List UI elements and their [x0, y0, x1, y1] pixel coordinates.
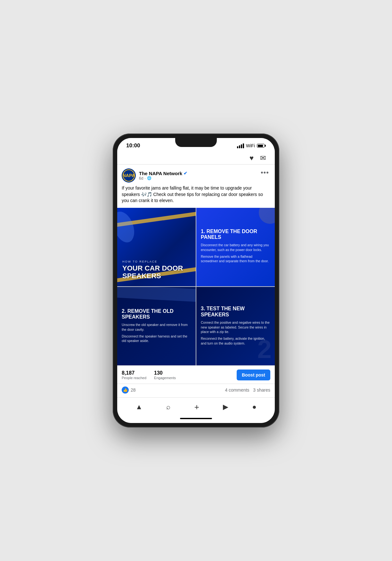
like-icon: 👍 — [122, 386, 129, 394]
step-3-body1: Connect the positive and negative wires … — [201, 320, 270, 334]
post-sub: 6d · 🌐 — [139, 176, 187, 181]
status-bar: 10:00 WiFi — [117, 138, 275, 151]
cell-3-content: 2. REMOVE THE OLD SPEAKERS Unscrew the o… — [117, 302, 196, 351]
step-1-body2: Remove the panels with a flathead screwd… — [201, 254, 270, 264]
time-ago: 6d — [139, 176, 143, 181]
step-2-body2: Disconnect the speaker harness and set t… — [122, 334, 191, 343]
cell-4-content: 3. TEST THE NEW SPEAKERS Connect the pos… — [196, 299, 275, 353]
record-nav-button[interactable]: ● — [252, 403, 257, 411]
step-3-body2: Reconnect the battery, activate the igni… — [201, 336, 270, 346]
notch — [175, 138, 217, 147]
bottom-nav: ▲ ⌕ + ▶ ● — [117, 397, 275, 415]
reactions-bar: 👍 28 4 comments 3 shares — [117, 384, 275, 397]
more-options-button[interactable]: ••• — [259, 168, 270, 177]
post-header-left: NAPA The NAPA Network ✔ 6d · 🌐 — [122, 168, 187, 183]
post-header: NAPA The NAPA Network ✔ 6d · 🌐 — [117, 165, 275, 185]
home-nav-button[interactable]: ▲ — [135, 403, 143, 411]
cell-2-accent — [259, 208, 275, 224]
step-2-body1: Unscrew the old speaker and remove it fr… — [122, 322, 191, 332]
step-1-body1: Disconnect the car battery and any wirin… — [201, 243, 270, 252]
boost-post-button[interactable]: Boost post — [237, 370, 270, 380]
step-3-title: 3. TEST THE NEW SPEAKERS — [201, 306, 270, 318]
people-reached-count: 8,187 — [122, 370, 146, 376]
share-count[interactable]: 3 shares — [253, 387, 270, 393]
post-meta: The NAPA Network ✔ 6d · 🌐 — [139, 171, 187, 181]
post-body-text: If your favorite jams are falling flat, … — [117, 185, 275, 208]
facebook-post-card: NAPA The NAPA Network ✔ 6d · 🌐 — [117, 164, 275, 397]
stats-left: 8,187 People reached 130 Engagements — [122, 370, 176, 380]
status-icons: WiFi — [237, 143, 266, 148]
separator: · — [144, 176, 145, 181]
add-nav-button[interactable]: + — [194, 402, 199, 412]
search-nav-button[interactable]: ⌕ — [166, 403, 170, 411]
signal-icon — [237, 143, 244, 148]
grid-cell-step3[interactable]: 2 3. TEST THE NEW SPEAKERS Connect the p… — [196, 287, 275, 365]
cell-3-accent — [117, 287, 196, 302]
blue-swoosh — [117, 209, 138, 245]
comment-count[interactable]: 4 comments — [225, 387, 249, 393]
step-2-title: 2. REMOVE THE OLD SPEAKERS — [122, 308, 191, 320]
reactions-left[interactable]: 👍 28 — [122, 386, 136, 394]
cell-1-subtitle: HOW TO REPLACE — [122, 260, 191, 263]
globe-icon: 🌐 — [147, 176, 151, 180]
top-actions: ♥ ✉ — [117, 151, 275, 164]
verified-badge: ✔ — [184, 171, 187, 176]
grid-cell-cover[interactable]: HOW TO REPLACE YOUR CAR DOOR SPEAKERS — [117, 208, 196, 286]
people-reached-label: People reached — [122, 376, 146, 380]
grid-cell-step2[interactable]: 2. REMOVE THE OLD SPEAKERS Unscrew the o… — [117, 287, 196, 365]
phone-screen: 10:00 WiFi ♥ ✉ — [117, 138, 275, 423]
avatar[interactable]: NAPA — [122, 168, 136, 183]
like-count: 28 — [131, 387, 136, 393]
mail-button[interactable]: ✉ — [260, 154, 266, 162]
battery-icon — [257, 144, 266, 148]
phone-frame: 10:00 WiFi ♥ ✉ — [113, 134, 279, 427]
image-grid: HOW TO REPLACE YOUR CAR DOOR SPEAKERS 1.… — [117, 208, 275, 365]
page-name[interactable]: The NAPA Network ✔ — [139, 171, 187, 176]
people-reached-stat: 8,187 People reached — [122, 370, 146, 380]
stats-bar: 8,187 People reached 130 Engagements Boo… — [117, 365, 275, 384]
heart-button[interactable]: ♥ — [249, 154, 254, 162]
napa-logo: NAPA — [123, 169, 135, 182]
engagements-count: 130 — [154, 370, 176, 376]
step-1-title: 1. REMOVE THE DOOR PANELS — [201, 229, 270, 240]
home-indicator — [117, 415, 275, 423]
status-time: 10:00 — [126, 142, 140, 149]
grid-cell-step1[interactable]: 1. REMOVE THE DOOR PANELS Disconnect the… — [196, 208, 275, 286]
home-bar — [180, 418, 212, 419]
engagements-label: Engagements — [154, 376, 176, 380]
engagements-stat: 130 Engagements — [154, 370, 176, 380]
cell-1-content: HOW TO REPLACE YOUR CAR DOOR SPEAKERS — [122, 260, 191, 280]
social-counts: 4 comments 3 shares — [225, 387, 270, 393]
play-nav-button[interactable]: ▶ — [223, 403, 228, 411]
cell-1-title: YOUR CAR DOOR SPEAKERS — [122, 264, 191, 280]
wifi-icon: WiFi — [246, 143, 255, 148]
cell-2-content: 1. REMOVE THE DOOR PANELS Disconnect the… — [196, 224, 275, 271]
